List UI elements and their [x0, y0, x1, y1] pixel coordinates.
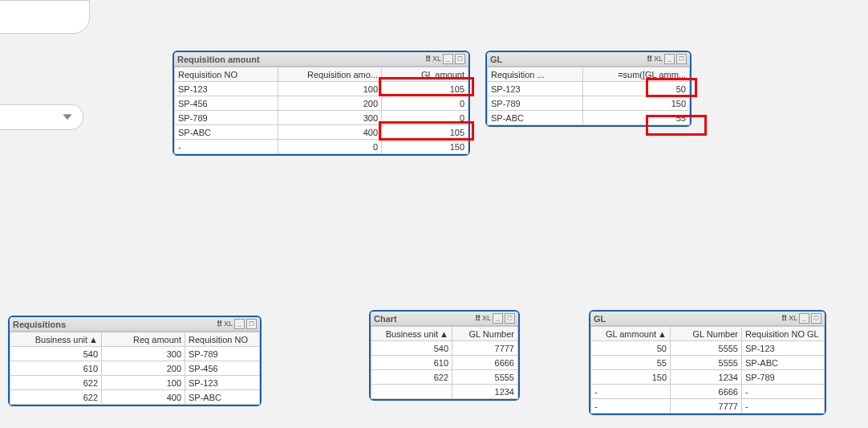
- col-header[interactable]: GL amount: [382, 67, 468, 82]
- maximize-icon[interactable]: □: [455, 54, 465, 64]
- table-row[interactable]: SP-7893000: [175, 111, 468, 125]
- table-row[interactable]: SP-4562000: [175, 96, 468, 111]
- requisitions-table: Business unit▲ Req amount Requisition NO…: [10, 332, 260, 405]
- col-header[interactable]: Requisition NO: [185, 332, 260, 347]
- table-row[interactable]: 505555SP-123: [591, 341, 825, 356]
- detach-icon[interactable]: ⠿: [647, 55, 652, 63]
- table-row[interactable]: 1234: [371, 385, 518, 399]
- gl-summary-table: Requisition ... =sum([GL amm... SP-12350…: [487, 67, 690, 125]
- sort-asc-icon: ▲: [89, 335, 98, 344]
- svg-marker-0: [63, 114, 71, 120]
- table-row[interactable]: 1501234SP-789: [591, 370, 825, 385]
- col-header[interactable]: GL Number: [671, 327, 742, 341]
- table-row[interactable]: 622100SP-123: [10, 376, 260, 390]
- titlebar[interactable]: Requisitions ⠿ XL _ □: [10, 317, 260, 332]
- window-requisition-amount[interactable]: Requisition amount ⠿ XL _ □ Requisition …: [172, 51, 470, 156]
- sort-asc-icon: ▲: [440, 329, 448, 339]
- col-header[interactable]: Requisition NO GL: [742, 327, 825, 341]
- export-xl-icon[interactable]: XL: [789, 314, 797, 323]
- chevron-down-icon: [62, 111, 73, 124]
- table-row[interactable]: SP-ABC400105: [175, 125, 468, 140]
- maximize-icon[interactable]: □: [246, 319, 257, 329]
- col-header[interactable]: GL ammount▲: [591, 327, 671, 341]
- maximize-icon[interactable]: □: [811, 313, 821, 324]
- window-gl-summary[interactable]: GL ⠿ XL _ □ Requisition ... =sum([GL amm…: [485, 51, 692, 127]
- col-header[interactable]: Requisition NO: [175, 67, 278, 82]
- detach-icon[interactable]: ⠿: [781, 315, 787, 323]
- minimize-icon[interactable]: _: [443, 54, 453, 64]
- detach-icon[interactable]: ⠿: [217, 320, 222, 328]
- col-header[interactable]: Requisition ...: [488, 67, 583, 82]
- titlebar[interactable]: Requisition amount ⠿ XL _ □: [174, 52, 468, 67]
- sort-asc-icon: ▲: [658, 329, 667, 339]
- col-header[interactable]: Business unit▲: [371, 327, 452, 341]
- col-header[interactable]: =sum([GL amm...: [583, 67, 690, 82]
- window-chart[interactable]: Chart ⠿ XL _ □ Business unit▲ GL Number …: [369, 310, 520, 401]
- minimize-icon[interactable]: _: [493, 313, 503, 324]
- minimize-icon[interactable]: _: [799, 313, 809, 324]
- export-xl-icon[interactable]: XL: [432, 55, 441, 63]
- table-row[interactable]: -7777-: [591, 399, 825, 414]
- detach-icon[interactable]: ⠿: [475, 315, 481, 323]
- table-row[interactable]: SP-789150: [488, 96, 690, 111]
- col-header[interactable]: Business unit▲: [10, 332, 102, 347]
- titlebar[interactable]: GL ⠿ XL _ □: [590, 312, 825, 326]
- table-row[interactable]: -6666-: [591, 385, 825, 399]
- col-header[interactable]: GL Number: [452, 327, 518, 341]
- table-row[interactable]: 5407777: [371, 341, 518, 356]
- gl-detail-table: GL ammount▲ GL Number Requisition NO GL …: [590, 326, 825, 414]
- window-requisitions[interactable]: Requisitions ⠿ XL _ □ Business unit▲ Req…: [8, 316, 262, 406]
- export-xl-icon[interactable]: XL: [224, 320, 233, 328]
- maximize-icon[interactable]: □: [505, 313, 515, 324]
- table-row[interactable]: 610200SP-456: [10, 361, 260, 376]
- maximize-icon[interactable]: □: [676, 54, 687, 64]
- chart-table: Business unit▲ GL Number 5407777 6106666…: [371, 326, 518, 399]
- table-row[interactable]: SP-123100105: [175, 82, 468, 96]
- col-header[interactable]: Req amount: [102, 332, 185, 347]
- table-row[interactable]: SP-ABC55: [488, 111, 690, 125]
- window-title: Requisitions: [13, 320, 213, 329]
- minimize-icon[interactable]: _: [234, 319, 245, 329]
- col-header[interactable]: Requisition amo...: [278, 67, 382, 82]
- table-row[interactable]: 622400SP-ABC: [10, 390, 260, 405]
- window-gl-detail[interactable]: GL ⠿ XL _ □ GL ammount▲ GL Number Requis…: [589, 310, 826, 415]
- table-row[interactable]: 540300SP-789: [10, 347, 260, 361]
- titlebar[interactable]: GL ⠿ XL _ □: [487, 52, 690, 67]
- window-title: GL: [594, 314, 778, 324]
- table-row[interactable]: 555555SP-ABC: [591, 356, 825, 370]
- window-title: Requisition amount: [177, 55, 422, 64]
- export-xl-icon[interactable]: XL: [482, 314, 491, 323]
- minimize-icon[interactable]: _: [664, 54, 675, 64]
- table-row[interactable]: 6106666: [371, 356, 518, 370]
- requisition-amount-table: Requisition NO Requisition amo... GL amo…: [174, 67, 468, 154]
- table-row[interactable]: 6225555: [371, 370, 518, 385]
- window-title: GL: [490, 55, 643, 64]
- export-xl-icon[interactable]: XL: [654, 55, 663, 63]
- table-row[interactable]: -0150: [175, 140, 468, 154]
- table-row[interactable]: SP-12350: [488, 82, 690, 96]
- collapsed-panel: [0, 0, 90, 34]
- detach-icon[interactable]: ⠿: [425, 55, 431, 63]
- dropdown-collapsed[interactable]: [0, 104, 83, 130]
- titlebar[interactable]: Chart ⠿ XL _ □: [371, 312, 518, 326]
- window-title: Chart: [374, 314, 472, 324]
